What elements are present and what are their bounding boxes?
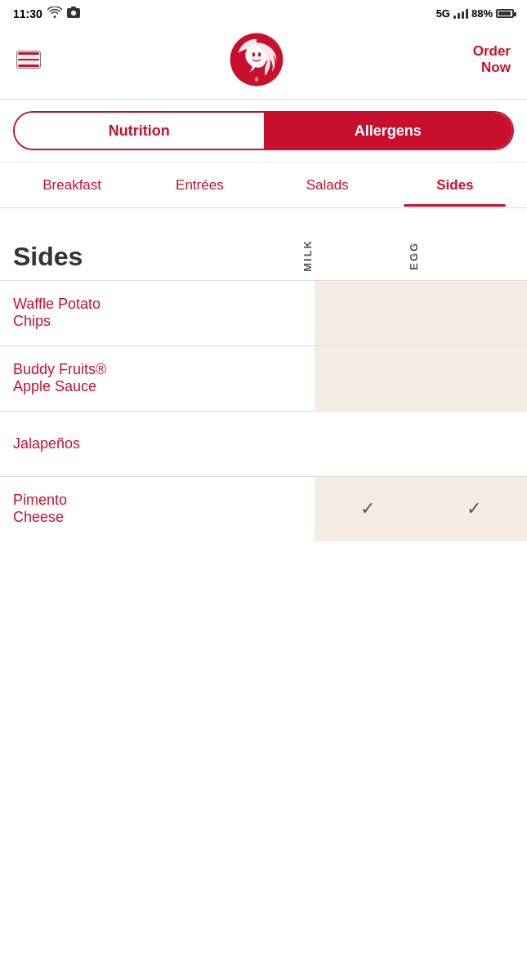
- hamburger-line-2: [18, 59, 39, 61]
- table-row: Buddy Fruits® Apple Sauce: [0, 345, 527, 411]
- battery-icon: [496, 9, 514, 18]
- milk-cell-buddy: [315, 346, 421, 411]
- app-header: ® Order Now: [0, 24, 527, 100]
- egg-cell-buddy: [421, 346, 527, 411]
- photo-icon: [67, 7, 80, 20]
- tab-entrees[interactable]: Entrées: [136, 164, 263, 207]
- signal-icon: [453, 9, 468, 19]
- tab-salads[interactable]: Salads: [264, 164, 391, 207]
- category-tabs: Breakfast Entrées Salads Sides: [0, 163, 527, 208]
- svg-point-5: [258, 52, 261, 56]
- battery-percentage: 88%: [471, 7, 493, 20]
- nutrition-toggle[interactable]: Nutrition: [15, 113, 264, 149]
- item-name: Jalapeños: [0, 412, 315, 476]
- table-row: Waffle Potato Chips: [0, 280, 527, 345]
- wifi-icon: [47, 7, 62, 20]
- section-title: Sides: [13, 242, 301, 272]
- svg-rect-2: [71, 7, 76, 9]
- egg-cell-waffle: [421, 281, 527, 345]
- egg-cell-pimento: ✓: [421, 477, 527, 541]
- status-right: 5G 88%: [436, 7, 514, 20]
- menu-button[interactable]: [16, 51, 41, 69]
- allergens-toggle[interactable]: Allergens: [264, 113, 513, 149]
- svg-point-1: [71, 11, 76, 16]
- egg-check-pimento: ✓: [467, 498, 481, 519]
- svg-point-4: [252, 52, 256, 56]
- order-now-button[interactable]: Order Now: [473, 43, 511, 77]
- table-row: Jalapeños: [0, 411, 527, 476]
- allergen-col-headers: MILK EGG: [301, 233, 514, 272]
- milk-cell-waffle: [315, 281, 421, 345]
- time-display: 11:30: [13, 7, 42, 20]
- allergen-table: Waffle Potato Chips Buddy Fruits® Apple …: [0, 280, 527, 541]
- tab-sides[interactable]: Sides: [391, 164, 519, 207]
- egg-cell-jalapeno: [421, 412, 527, 476]
- tab-breakfast[interactable]: Breakfast: [8, 164, 136, 207]
- section-heading-row: Sides MILK EGG: [0, 208, 527, 280]
- egg-header: EGG: [408, 233, 514, 272]
- item-name: Buddy Fruits® Apple Sauce: [0, 346, 315, 411]
- svg-text:®: ®: [255, 77, 259, 82]
- toggle-wrapper: Nutrition Allergens: [13, 111, 514, 150]
- item-name: Waffle Potato Chips: [0, 281, 315, 345]
- table-row: Pimento Cheese ✓ ✓: [0, 476, 527, 541]
- chick-fil-a-logo: ®: [227, 30, 286, 89]
- logo-container: ®: [227, 30, 286, 89]
- main-content: Sides MILK EGG Waffle Potato Chips Buddy…: [0, 208, 527, 541]
- milk-check-pimento: ✓: [360, 498, 375, 519]
- toggle-container: Nutrition Allergens: [0, 100, 527, 163]
- status-left: 11:30: [13, 7, 80, 20]
- network-indicator: 5G: [436, 7, 450, 20]
- hamburger-line-1: [18, 52, 39, 55]
- status-bar: 11:30 5G 88%: [0, 0, 527, 24]
- milk-cell-pimento: ✓: [315, 477, 421, 541]
- item-name: Pimento Cheese: [0, 477, 315, 541]
- hamburger-line-3: [18, 65, 39, 67]
- milk-cell-jalapeno: [315, 412, 421, 476]
- milk-header: MILK: [301, 233, 408, 272]
